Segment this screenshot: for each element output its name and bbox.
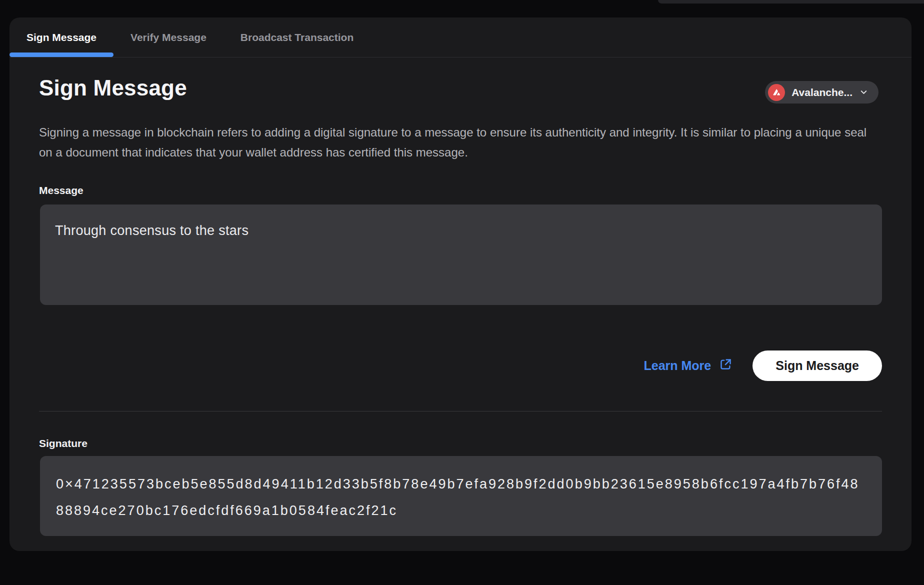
- chevron-down-icon: [859, 88, 868, 97]
- signature-value: 0×471235573bceb5e855d8d49411b12d33b5f8b7…: [56, 471, 866, 524]
- tab-broadcast-transaction[interactable]: Broadcast Transaction: [224, 18, 370, 57]
- learn-more-label: Learn More: [644, 358, 712, 373]
- top-edge-remnant: [658, 0, 924, 4]
- tab-label: Sign Message: [26, 32, 96, 44]
- tab-verify-message[interactable]: Verify Message: [114, 18, 224, 57]
- tab-label: Broadcast Transaction: [240, 32, 354, 44]
- actions-row: Learn More Sign Message: [644, 350, 882, 381]
- tab-sign-message[interactable]: Sign Message: [10, 18, 114, 57]
- section-divider: [39, 411, 882, 412]
- signature-label: Signature: [39, 438, 88, 450]
- sign-button-label: Sign Message: [776, 358, 859, 373]
- tool-panel: Sign Message Verify Message Broadcast Tr…: [10, 18, 912, 551]
- learn-more-link[interactable]: Learn More: [644, 358, 733, 374]
- avalanche-icon: [768, 84, 785, 101]
- network-selector[interactable]: Avalanche...: [765, 81, 878, 104]
- message-input[interactable]: Through consensus to the stars: [40, 204, 882, 305]
- message-value: Through consensus to the stars: [55, 223, 867, 238]
- page-title: Sign Message: [39, 76, 187, 100]
- tab-bar: Sign Message Verify Message Broadcast Tr…: [10, 18, 912, 58]
- tab-label: Verify Message: [130, 32, 206, 44]
- external-link-icon: [719, 358, 732, 374]
- message-label: Message: [39, 184, 84, 196]
- tool-description: Signing a message in blockchain refers t…: [39, 122, 875, 162]
- sign-message-button[interactable]: Sign Message: [752, 350, 882, 381]
- signature-output: 0×471235573bceb5e855d8d49411b12d33b5f8b7…: [40, 456, 882, 536]
- network-name: Avalanche...: [792, 86, 852, 98]
